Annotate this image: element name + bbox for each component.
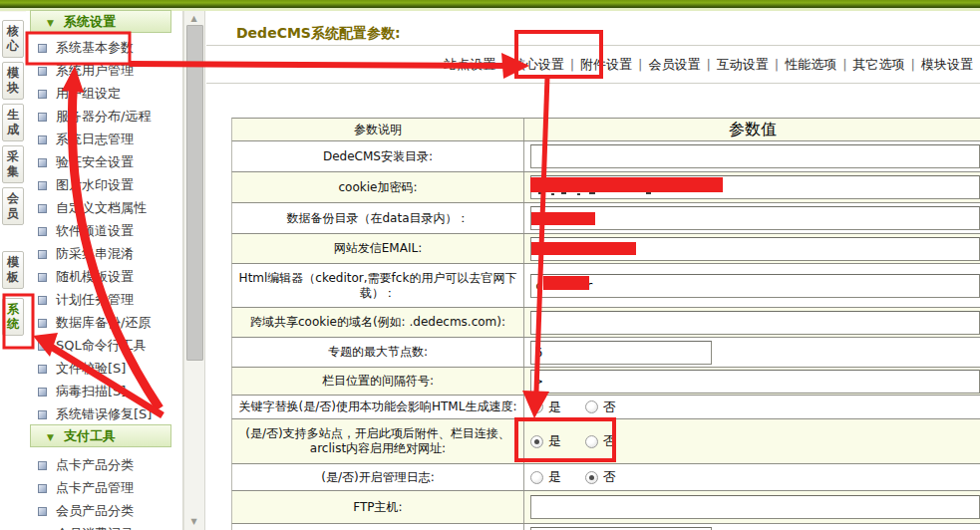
sidebar-item-label: 病毒扫描[S] xyxy=(56,384,126,398)
scroll-down-icon[interactable]: ▼ xyxy=(185,515,202,529)
bullet-icon xyxy=(38,204,47,213)
tab-site-settings[interactable]: 站点设置 xyxy=(442,57,497,72)
install-dir-input[interactable] xyxy=(530,144,980,168)
row-label: 关键字替换(是/否)使用本功能会影响HTML生成速度: xyxy=(232,396,524,418)
bullet-icon xyxy=(38,342,47,351)
sidebar-item-scheduled-tasks[interactable]: 计划任务管理 xyxy=(32,288,181,311)
tab-performance-options[interactable]: 性能选项 xyxy=(783,57,838,72)
sidebar-item-virus-scan[interactable]: 病毒扫描[S] xyxy=(32,380,181,402)
admin-log-yes-radio[interactable] xyxy=(530,471,543,484)
sidebar-item-system-basic-params[interactable]: 系统基本参数 xyxy=(32,36,181,59)
sidebar-item-system-log[interactable]: 系统日志管理 xyxy=(32,128,181,150)
module-tab-template-label: 模板 xyxy=(7,255,19,284)
tab-core-settings[interactable]: 核心设置 xyxy=(510,57,566,72)
sidebar-item-label: 数据库备份/还原 xyxy=(56,315,151,330)
scroll-up-icon[interactable]: ▲ xyxy=(185,12,202,26)
sidebar-item-file-verify[interactable]: 文件校验[S] xyxy=(32,357,181,380)
sidebar-item-verify-security[interactable]: 验证安全设置 xyxy=(32,150,181,173)
tab-module-settings[interactable]: 模块设置 xyxy=(919,57,975,72)
sidebar-item-anti-collect[interactable]: 防采集串混淆 xyxy=(32,242,181,265)
sidebar-item-label: 点卡产品分类 xyxy=(56,457,134,472)
cookie-domain-input[interactable] xyxy=(530,311,980,335)
table-row: cookie加密码: xyxy=(231,172,980,203)
ftp-host-input[interactable] xyxy=(530,495,980,519)
sidebar-item-server-distribution[interactable]: 服务器分布/远程 xyxy=(32,105,181,128)
max-topic-nodes-input[interactable] xyxy=(530,341,712,365)
row-label: Html编辑器（ckeditor,需要fck的用户可以去官网下载）： xyxy=(232,264,524,307)
sidebar-item-label: 随机模板设置 xyxy=(56,269,134,284)
tab-separator: | xyxy=(838,57,850,72)
row-label: FTP主机: xyxy=(232,491,524,523)
multisite-no-radio[interactable] xyxy=(585,435,598,448)
row-label: cookie加密码: xyxy=(232,172,524,202)
table-row: DedeCMS安装目录: xyxy=(231,141,980,172)
table-row: (是/否)支持多站点，开启此项后附件、栏目连接、arclist内容启用绝对网址:… xyxy=(231,419,980,464)
tab-member-settings[interactable]: 会员设置 xyxy=(646,57,702,72)
bullet-icon xyxy=(38,250,47,259)
multisite-yes-radio[interactable] xyxy=(530,435,543,448)
sidebar-item-custom-doc-attrs[interactable]: 自定义文档属性 xyxy=(32,196,181,219)
sidebar-item-member-product-category[interactable]: 会员产品分类 xyxy=(32,499,181,522)
radio-label-yes: 是 xyxy=(548,398,561,416)
table-row: (是/否)开启管理日志: 是 否 xyxy=(231,464,980,491)
table-row: Html编辑器（ckeditor,需要fck的用户可以去官网下载）： xyxy=(231,264,980,308)
sidebar-group-payment-tools[interactable]: ▼支付工具 xyxy=(30,424,171,447)
sidebar-item-member-consume-log[interactable]: 会员消费记录 xyxy=(32,522,181,530)
site-email-input[interactable] xyxy=(530,237,980,261)
html-editor-input[interactable] xyxy=(530,274,980,298)
sidebar-group-title: 系统设置 xyxy=(64,14,116,29)
cookie-key-input[interactable] xyxy=(530,175,980,199)
sidebar-item-label: 图片水印设置 xyxy=(56,177,134,192)
tab-attachment-settings[interactable]: 附件设置 xyxy=(578,57,634,72)
sidebar-item-label: 系统错误修复[S] xyxy=(56,406,152,421)
radio-label-no: 否 xyxy=(603,432,616,450)
bullet-icon xyxy=(38,158,47,167)
sidebar-item-label: 自定义文档属性 xyxy=(56,200,147,215)
backup-dir-input[interactable] xyxy=(530,206,980,230)
row-label: 跨域共享cookie的域名(例如: .dedecms.com): xyxy=(232,308,524,337)
settings-tab-bar: 站点设置|核心设置|附件设置|会员设置|互动设置|性能选项|其它选项|模块设置 xyxy=(205,56,975,75)
sidebar-item-label: 系统用户管理 xyxy=(56,63,134,78)
sidebar-item-image-watermark[interactable]: 图片水印设置 xyxy=(32,173,181,196)
sidebar-item-label: 会员产品分类 xyxy=(56,503,134,518)
keyword-replace-no-radio[interactable] xyxy=(585,400,598,413)
bullet-icon xyxy=(38,67,47,76)
module-tab-module[interactable]: 模块 xyxy=(2,62,24,100)
sidebar-item-db-backup[interactable]: 数据库备份/还原 xyxy=(32,311,181,334)
module-tab-generate[interactable]: 生成 xyxy=(2,104,24,141)
row-label: 网站发信EMAIL: xyxy=(232,234,524,263)
module-tab-core-label: 核心 xyxy=(7,24,19,53)
row-label: 专题的最大节点数: xyxy=(232,338,524,367)
sidebar-item-card-mgmt[interactable]: 点卡产品管理 xyxy=(32,476,181,499)
bullet-icon xyxy=(38,410,47,419)
column-header-param-desc: 参数说明 xyxy=(232,119,524,140)
sidebar-item-random-template[interactable]: 随机模板设置 xyxy=(32,265,181,288)
admin-log-no-radio[interactable] xyxy=(585,471,598,484)
module-tab-core[interactable]: 核心 xyxy=(2,20,24,58)
position-separator-input[interactable] xyxy=(530,370,980,394)
module-tab-template[interactable]: 模板 xyxy=(2,251,24,289)
sidebar-item-card-category[interactable]: 点卡产品分类 xyxy=(32,453,181,476)
tab-interaction-settings[interactable]: 互动设置 xyxy=(715,57,771,72)
sidebar-item-sql-tool[interactable]: SQL命令行工具 xyxy=(32,334,181,357)
sidebar-item-system-user-mgmt[interactable]: 系统用户管理 xyxy=(32,59,181,82)
sidebar-item-user-group[interactable]: 用户组设定 xyxy=(32,82,181,105)
ftp-port-input[interactable] xyxy=(530,527,712,530)
sidebar-item-error-repair[interactable]: 系统错误修复[S] xyxy=(32,402,181,425)
module-tab-member[interactable]: 会员 xyxy=(2,187,24,225)
sidebar-item-software-channel[interactable]: 软件频道设置 xyxy=(32,219,181,242)
sidebar-item-label: 会员消费记录 xyxy=(56,526,134,530)
bullet-icon xyxy=(38,227,47,236)
keyword-replace-yes-radio[interactable] xyxy=(530,400,543,413)
bullet-icon xyxy=(38,365,47,374)
module-tab-collect-label: 采集 xyxy=(7,149,19,178)
module-tab-system[interactable]: 系统 xyxy=(2,298,24,336)
sidebar-group-system-settings[interactable]: ▼系统设置 xyxy=(30,10,171,33)
row-label xyxy=(232,524,524,530)
scrollbar-thumb[interactable] xyxy=(186,25,203,361)
module-tab-collect[interactable]: 采集 xyxy=(2,145,24,183)
tab-other-options[interactable]: 其它选项 xyxy=(851,57,907,72)
bullet-icon xyxy=(38,296,47,305)
sidebar-group-title: 支付工具 xyxy=(64,428,116,443)
tab-separator: | xyxy=(702,57,714,72)
